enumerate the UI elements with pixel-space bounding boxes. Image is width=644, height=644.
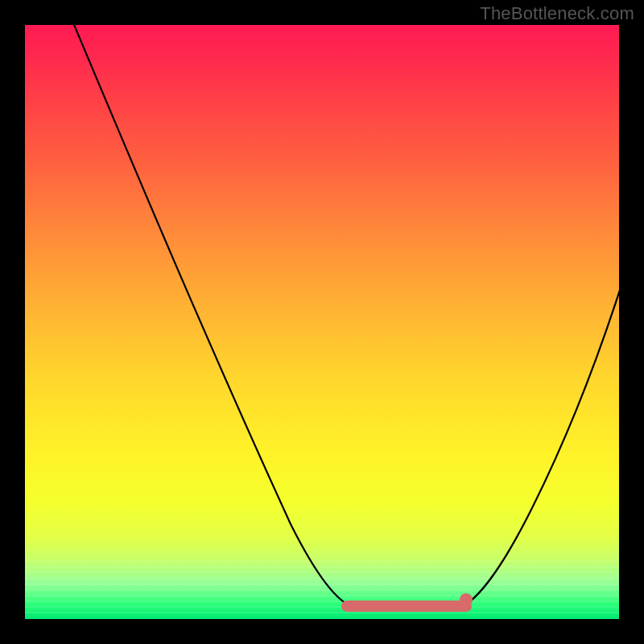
curve-svg xyxy=(25,25,619,619)
bottleneck-curve-left xyxy=(72,25,355,608)
credit-watermark: TheBottleneck.com xyxy=(480,3,634,24)
chart-stage: TheBottleneck.com xyxy=(0,0,644,644)
bottleneck-curve-right xyxy=(460,283,619,608)
plot-area xyxy=(25,25,619,619)
marker-dot xyxy=(460,593,473,606)
